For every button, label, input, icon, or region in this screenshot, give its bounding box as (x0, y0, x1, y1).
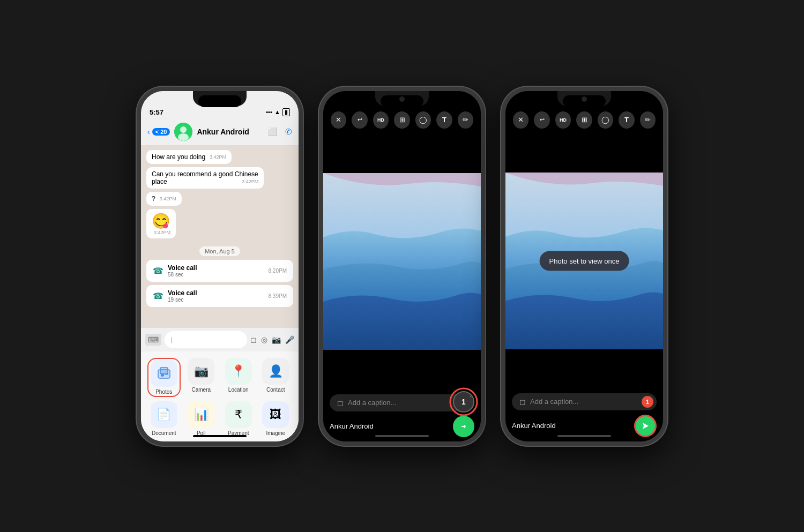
photo-area-2 (323, 134, 481, 389)
camera-dot-3 (582, 96, 587, 102)
text-button-3[interactable]: T (619, 111, 634, 129)
draw-button-2[interactable]: ✏ (458, 111, 473, 129)
action-imagine[interactable]: 🖼 Imagine (259, 401, 293, 436)
document-label: Document (152, 430, 176, 436)
view-once-tooltip: Photo set to view once (540, 251, 629, 271)
mic-icon[interactable]: 🎤 (285, 335, 294, 344)
caption-icon-2: ◻ (337, 399, 344, 407)
hd-button-2[interactable]: HD (373, 111, 389, 129)
draw-button-3[interactable]: ✏ (640, 111, 656, 129)
emoji-icon[interactable]: ◎ (261, 335, 267, 344)
chat-input-bar: ⌨ | ◻ ◎ 📷 🎤 (141, 328, 299, 351)
message-time-1: 3:42PM (210, 154, 226, 160)
keyboard-icon[interactable]: ⌨ (145, 334, 161, 346)
imagine-label: Imagine (266, 430, 285, 436)
back-button[interactable]: ‹ < 20 (147, 128, 170, 136)
caption-input-3[interactable]: Add a caption... (530, 398, 649, 406)
action-location[interactable]: 📍 Location (222, 358, 255, 397)
photos-icon-circle (151, 360, 177, 387)
message-bubble-2: Can you recommend a good Chinese place 3… (146, 167, 264, 189)
input-action-icons: ◻ ◎ 📷 🎤 (250, 335, 294, 344)
voice-call-time-2: 8:39PM (269, 293, 287, 299)
poll-icon-emoji: 📊 (194, 408, 209, 422)
action-camera[interactable]: 📷 Camera (185, 358, 218, 397)
video-call-icon[interactable]: ⬜ (267, 127, 278, 137)
action-poll[interactable]: 📊 Poll (185, 401, 218, 436)
phone-1: 5:57 ▪▪▪ ▲ ▮ ‹ < 20 (137, 87, 303, 446)
photos-label: Photos (155, 389, 172, 395)
status-icons: ▪▪▪ ▲ ▮ (266, 108, 290, 116)
svg-point-2 (178, 133, 189, 141)
signal-icon: ▪▪▪ (266, 109, 272, 115)
phone3-screen: ✕ ↩ HD ⊞ ◯ T ✏ (505, 91, 663, 441)
send-button-3[interactable] (634, 415, 657, 437)
recipient-name-2: Ankur Android (330, 422, 374, 430)
svg-point-1 (180, 126, 187, 133)
location-icon-circle: 📍 (225, 358, 252, 385)
undo-button-2[interactable]: ↩ (352, 111, 367, 129)
date-divider: Mon, Aug 5 (146, 246, 293, 256)
editor-bottom-2: ◻ Add a caption... 1 · (323, 389, 481, 441)
dynamic-island-1 (198, 95, 241, 107)
message-time-3: 3:42PM (160, 196, 176, 201)
header-actions: ⬜ ✆ (267, 127, 292, 137)
view-once-number-2: 1 (461, 398, 466, 406)
action-photos[interactable]: Photos (147, 358, 181, 397)
voice-call-1: ☎ Voice call 58 sec 8:20PM (146, 260, 293, 282)
sticker-button-2[interactable]: ◯ (415, 111, 431, 129)
svg-marker-12 (643, 423, 649, 429)
close-button-2[interactable]: ✕ (331, 111, 346, 129)
photo-area-3: Photo set to view once (505, 134, 663, 388)
document-icon-circle: 📄 (151, 401, 177, 428)
close-button-3[interactable]: ✕ (513, 111, 528, 129)
camera-dot-2 (399, 96, 405, 102)
voice-call-time-1: 8:20PM (269, 268, 287, 274)
location-label: Location (228, 387, 249, 393)
phone-3: ✕ ↩ HD ⊞ ◯ T ✏ (501, 87, 667, 446)
photos-svg (157, 366, 171, 380)
voice-call-icon-2: ☎ (153, 291, 163, 301)
crop-button-2[interactable]: ⊞ (394, 111, 410, 129)
phone1-screen: 5:57 ▪▪▪ ▲ ▮ ‹ < 20 (141, 91, 299, 441)
voice-call-info-2: Voice call 19 sec (168, 289, 264, 303)
undo-button-3[interactable]: ↩ (534, 111, 549, 129)
payment-icon-emoji: ₹ (235, 408, 242, 422)
emoji-bubble: 😋 3:42PM (146, 209, 176, 238)
contact-label: Contact (266, 387, 285, 393)
sticker-button-3[interactable]: ◯ (598, 111, 613, 129)
view-once-button-2[interactable]: 1 · (449, 387, 479, 419)
message-time-2: 3:42PM (242, 179, 258, 184)
voice-call-2: ☎ Voice call 19 sec 8:39PM (146, 285, 293, 307)
camera-input-icon[interactable]: 📷 (272, 335, 281, 344)
payment-icon-circle: ₹ (225, 401, 252, 428)
sticker-icon[interactable]: ◻ (250, 335, 257, 344)
chat-header: ‹ < 20 Ankur Android ⬜ ✆ (141, 118, 299, 146)
action-payment[interactable]: ₹ Payment (222, 401, 255, 436)
hd-button-3[interactable]: HD (555, 111, 571, 129)
poll-icon-circle: 📊 (188, 401, 214, 428)
action-grid: Photos 📷 Camera 📍 Location (141, 351, 299, 441)
action-document[interactable]: 📄 Document (147, 401, 181, 436)
photo-image-2 (323, 173, 481, 350)
crop-button-3[interactable]: ⊞ (576, 111, 592, 129)
chat-messages: How are you doing 3:42PM Can you recomme… (141, 146, 299, 328)
send-area-2: Ankur Android (330, 416, 474, 437)
action-contact[interactable]: 👤 Contact (259, 358, 293, 397)
send-button-2[interactable] (453, 416, 474, 437)
voice-call-info-1: Voice call 58 sec (168, 264, 264, 278)
phone-2: ✕ ↩ HD ⊞ ◯ T ✏ (319, 87, 485, 446)
home-indicator-1 (193, 435, 247, 437)
text-button-2[interactable]: T (436, 111, 452, 129)
emoji-time: 3:42PM (152, 230, 170, 235)
contact-icon-circle: 👤 (262, 358, 289, 385)
view-once-dots-2: · (470, 394, 471, 399)
document-icon-emoji: 📄 (157, 408, 171, 422)
phone-call-icon[interactable]: ✆ (285, 127, 292, 137)
unread-badge: < 20 (152, 128, 170, 136)
location-icon-emoji: 📍 (231, 364, 245, 378)
view-once-badge-3[interactable]: 1 (642, 396, 653, 408)
message-bubble-1: How are you doing 3:42PM (146, 150, 232, 164)
home-indicator-3 (557, 435, 611, 437)
message-bubble-3: ? 3:42PM (146, 192, 182, 206)
message-input[interactable]: | (165, 331, 247, 348)
